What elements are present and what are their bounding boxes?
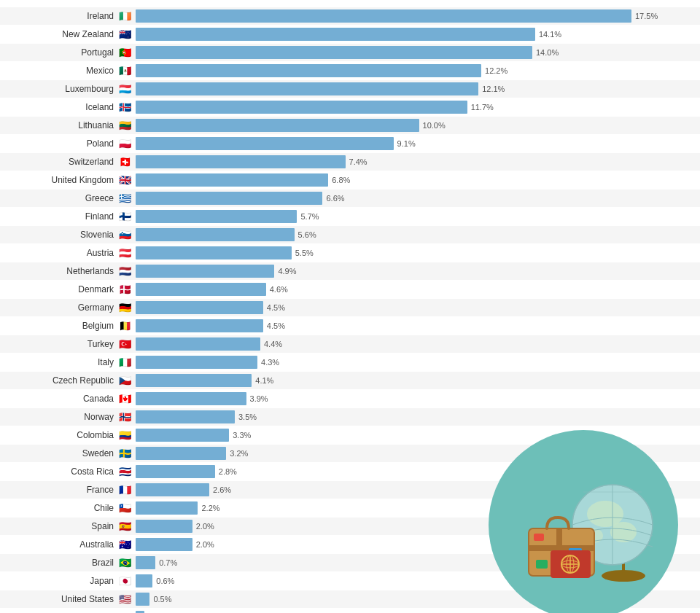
table-row: United Kingdom 🇬🇧 6.8% bbox=[0, 171, 700, 189]
bar-value: 4.9% bbox=[278, 267, 296, 276]
bar bbox=[136, 155, 346, 168]
country-label: Austria bbox=[0, 248, 117, 258]
flag-icon: 🇨🇴 bbox=[117, 429, 133, 441]
bar-value: 5.5% bbox=[295, 249, 314, 257]
country-label: Mexico bbox=[0, 66, 117, 76]
country-label: Brazil bbox=[0, 558, 117, 568]
table-row: Norway 🇳🇴 3.5% bbox=[0, 408, 700, 426]
bar-value: 3.9% bbox=[250, 394, 268, 403]
bar-value: 2.0% bbox=[196, 540, 214, 549]
bar-area: 9.1% bbox=[136, 137, 700, 150]
country-label: Chile bbox=[0, 503, 117, 513]
bar-value: 4.3% bbox=[261, 358, 279, 367]
flag-icon: 🇫🇮 bbox=[117, 211, 133, 222]
country-label: Spain bbox=[0, 521, 117, 531]
decoration-illustration bbox=[489, 430, 678, 613]
country-label: Greece bbox=[0, 193, 117, 203]
country-label: Denmark bbox=[0, 284, 117, 294]
table-row: Germany 🇩🇪 4.5% bbox=[0, 299, 700, 316]
country-label: Lithuania bbox=[0, 120, 117, 130]
bar-value: 4.5% bbox=[267, 303, 285, 312]
bar-value: 14.1% bbox=[539, 30, 561, 39]
bar-value: 0.5% bbox=[153, 595, 171, 604]
flag-icon: 🇦🇹 bbox=[117, 247, 133, 259]
bar-value: 2.0% bbox=[196, 522, 214, 531]
svg-point-1 bbox=[602, 570, 645, 582]
flag-icon: 🇱🇹 bbox=[117, 120, 133, 131]
bar-value: 5.6% bbox=[298, 230, 316, 239]
table-row: Denmark 🇩🇰 4.6% bbox=[0, 281, 700, 298]
bar-value: 6.8% bbox=[332, 176, 350, 184]
flag-icon: 🇧🇷 bbox=[117, 557, 133, 569]
bar bbox=[136, 556, 155, 569]
flag-icon: 🇵🇱 bbox=[117, 138, 133, 149]
flag-icon: 🇫🇷 bbox=[117, 484, 133, 496]
flag-icon: 🇨🇱 bbox=[117, 502, 133, 514]
bar bbox=[136, 337, 260, 351]
bar-area: 4.9% bbox=[136, 265, 700, 278]
bar-area: 3.5% bbox=[136, 410, 700, 423]
bar-value: 0.6% bbox=[156, 577, 174, 585]
bar-value: 4.1% bbox=[255, 376, 273, 385]
country-label: Iceland bbox=[0, 102, 117, 112]
chart-container: Ireland 🇮🇪 17.5% New Zealand 🇳🇿 14.1% Po… bbox=[0, 0, 700, 613]
table-row: Slovenia 🇸🇮 5.6% bbox=[0, 226, 700, 243]
table-row: Finland 🇫🇮 5.7% bbox=[0, 208, 700, 225]
bar-area: 4.6% bbox=[136, 283, 700, 296]
table-row: Ireland 🇮🇪 17.5% bbox=[0, 7, 700, 25]
svg-rect-14 bbox=[536, 560, 548, 569]
bar bbox=[136, 538, 192, 551]
bar-area: 10.0% bbox=[136, 119, 700, 132]
bar bbox=[136, 374, 252, 387]
bar-value: 4.6% bbox=[270, 285, 288, 294]
table-row: Mexico 🇲🇽 12.2% bbox=[0, 62, 700, 79]
bar-area: 14.0% bbox=[136, 46, 700, 59]
flag-icon: 🇨🇷 bbox=[117, 466, 133, 477]
country-label: Ireland bbox=[0, 11, 117, 21]
country-label: Portugal bbox=[0, 47, 117, 58]
bar bbox=[136, 192, 322, 205]
flag-icon: 🇩🇪 bbox=[117, 302, 133, 313]
bar bbox=[136, 119, 419, 132]
table-row: Poland 🇵🇱 9.1% bbox=[0, 135, 700, 152]
flag-icon: 🇳🇱 bbox=[117, 265, 133, 277]
bar bbox=[136, 64, 481, 77]
table-row: Switzerland 🇨🇭 7.4% bbox=[0, 153, 700, 171]
bar bbox=[136, 137, 394, 150]
bar bbox=[136, 246, 292, 259]
bar-value: 6.6% bbox=[326, 194, 344, 203]
country-label: Norway bbox=[0, 412, 117, 422]
bar bbox=[136, 82, 478, 95]
bar-area: 4.5% bbox=[136, 301, 700, 314]
country-label: United States bbox=[0, 594, 117, 604]
bar-value: 12.1% bbox=[482, 85, 505, 93]
bar bbox=[136, 319, 263, 332]
flag-icon: 🇵🇹 bbox=[117, 47, 133, 58]
bar-area: 5.5% bbox=[136, 246, 700, 259]
bar bbox=[136, 173, 328, 187]
table-row: Canada 🇨🇦 3.9% bbox=[0, 390, 700, 407]
country-label: Germany bbox=[0, 302, 117, 313]
bar-value: 4.4% bbox=[264, 340, 282, 348]
bar-value: 2.2% bbox=[201, 504, 219, 512]
bar bbox=[136, 210, 297, 223]
table-row: Luxembourg 🇱🇺 12.1% bbox=[0, 80, 700, 98]
bar bbox=[136, 465, 215, 478]
flag-icon: 🇨🇭 bbox=[117, 156, 133, 168]
bar-value: 2.6% bbox=[213, 485, 231, 494]
bar-value: 7.4% bbox=[349, 157, 368, 166]
bar bbox=[136, 447, 226, 460]
bar-value: 5.7% bbox=[300, 212, 319, 221]
table-row: Italy 🇮🇹 4.3% bbox=[0, 354, 700, 371]
country-label: New Zealand bbox=[0, 29, 117, 39]
bar-area: 12.2% bbox=[136, 64, 700, 77]
country-label: Turkey bbox=[0, 339, 117, 349]
bar bbox=[136, 410, 235, 423]
country-label: United Kingdom bbox=[0, 175, 117, 185]
flag-icon: 🇸🇮 bbox=[117, 229, 133, 241]
country-label: Italy bbox=[0, 357, 117, 367]
bar bbox=[136, 46, 532, 59]
bar-value: 3.2% bbox=[230, 449, 248, 458]
bar bbox=[136, 356, 257, 369]
flag-icon: 🇧🇪 bbox=[117, 320, 133, 332]
